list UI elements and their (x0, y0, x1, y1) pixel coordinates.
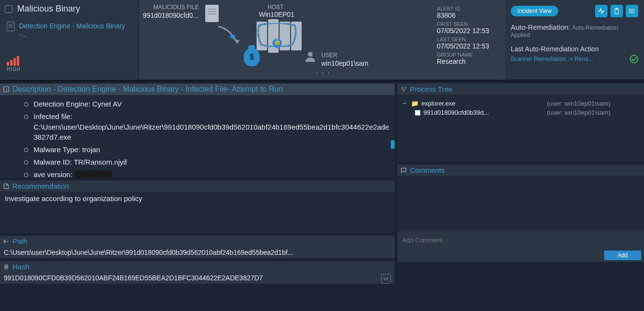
folder-icon: 📁 (411, 100, 419, 107)
recommendation-body: Investigate according to organization po… (0, 191, 395, 233)
scrollbar-thumb[interactable] (391, 140, 395, 149)
document-icon (7, 22, 14, 31)
svg-point-20 (403, 90, 404, 91)
desc-ave-version: ave version: 8.3.64.108 (24, 168, 390, 178)
lock-icon (272, 38, 282, 48)
process-tree-header: Process Tree (410, 85, 452, 93)
list-icon-button[interactable] (626, 5, 638, 17)
expand-arrows-icon[interactable]: ↑ ↑ ↑ (316, 70, 331, 76)
process-user: (user: win10ep01\sam) (547, 100, 639, 107)
malicious-file-label: MALICIOUS FILE (153, 4, 199, 11)
svg-line-16 (5, 264, 6, 269)
desc-malware-id: Malware ID: TR/Ransom.njyif (24, 156, 390, 168)
user-value: win10ep01\sam (321, 60, 368, 67)
last-seen-value: 07/05/2022 12:53 (437, 42, 501, 50)
info-icon (3, 86, 10, 93)
attack-graphic: MALICIOUS FILE 991d018090cfd0... HOST Wi… (139, 0, 433, 80)
alert-subitem[interactable]: Detection Engine - Malicious Binary -... (7, 19, 134, 42)
alert-title: Malicious Binary (17, 4, 80, 14)
process-name: 991d018090cfd0b39d... (423, 109, 489, 116)
group-name-value: Research (437, 58, 501, 65)
svg-marker-0 (234, 39, 240, 43)
auto-remediation-label: Auto-Remediation: (511, 23, 570, 31)
svg-line-17 (7, 264, 7, 269)
last-action-link[interactable]: Scanner Remediation -> Rena... (511, 56, 593, 62)
hash-icon (3, 263, 10, 270)
host-label: HOST (268, 4, 283, 11)
tree-icon (400, 86, 407, 93)
last-seen-label: LAST SEEN (437, 36, 501, 42)
process-tree-body: − 📁 explorer.exe (user: win10ep01\sam) ▫… (398, 95, 644, 162)
hash-value[interactable]: 991D018090CFD0B39D562010ABF24B169ED55BEA… (0, 272, 395, 284)
money-bag-icon: $ (244, 48, 260, 66)
alert-id-value: 83806 (437, 12, 501, 19)
severity-indicator: HIGH (5, 56, 134, 72)
success-check-icon (630, 55, 638, 63)
svg-point-8 (630, 9, 630, 10)
virustotal-badge[interactable]: VT (381, 274, 391, 284)
alert-id-label: ALERT ID (437, 6, 501, 12)
file-icon (205, 5, 219, 22)
svg-point-18 (401, 87, 402, 88)
first-seen-value: 07/05/2022 12:53 (437, 27, 501, 35)
comments-header: Comments (410, 166, 445, 174)
desc-engine: Detection Engine: Cynet AV (24, 98, 390, 110)
last-action-label: Last Auto-Remediation Action (511, 45, 638, 53)
description-header: Description - Detection Engine - Malicio… (12, 85, 283, 94)
process-row[interactable]: − 📁 explorer.exe (user: win10ep01\sam) (402, 98, 639, 108)
svg-point-19 (405, 87, 406, 88)
svg-point-2 (308, 52, 313, 57)
severity-label: HIGH (7, 67, 134, 72)
user-icon (304, 50, 316, 62)
recommendation-header: Recommendation (12, 182, 69, 190)
host-servers-icon (257, 22, 302, 53)
svg-point-9 (630, 11, 630, 11)
comment-icon (400, 167, 407, 174)
path-value[interactable]: C:\Users\user\Desktop\June\June\Ritzer\9… (0, 247, 395, 258)
description-list: Detection Engine: Cynet AV Infected file… (5, 98, 390, 178)
desc-malware-type: Malware Type: trojan (24, 144, 390, 156)
alert-subtitle: Detection Engine - Malicious Binary -... (19, 22, 134, 39)
arrow-icon (216, 24, 245, 48)
svg-point-10 (630, 12, 630, 13)
malicious-file-value: 991d018090cfd0... (143, 12, 199, 19)
process-row[interactable]: ▫ 991d018090cfd0b39d... (user: win10ep01… (402, 108, 639, 117)
incident-view-button[interactable]: Incident View (511, 6, 558, 16)
desc-infected: Infected file: C:\Users\user\Desktop\Jun… (24, 110, 390, 144)
first-seen-label: FIRST SEEN (437, 21, 501, 27)
comment-input[interactable] (398, 231, 644, 249)
clipboard-icon-button[interactable] (610, 5, 623, 17)
activity-icon-button[interactable] (595, 5, 608, 17)
process-name: explorer.exe (422, 100, 456, 107)
select-checkbox[interactable] (5, 5, 12, 13)
process-user: (user: win10ep01\sam) (547, 109, 639, 116)
user-label: USER (321, 52, 337, 59)
add-comment-button[interactable]: Add (604, 251, 641, 260)
comments-body (398, 176, 644, 231)
path-icon (3, 238, 10, 245)
severity-bars-icon (7, 56, 134, 66)
exe-icon: ▫ (415, 110, 421, 116)
tree-collapse-icon[interactable]: − (402, 99, 408, 107)
hash-header: Hash (12, 263, 29, 271)
group-name-label: GROUP NAME (437, 52, 501, 58)
recommend-icon (3, 183, 10, 190)
host-value: Win10EP01 (259, 11, 294, 18)
path-header: Path (12, 237, 27, 245)
